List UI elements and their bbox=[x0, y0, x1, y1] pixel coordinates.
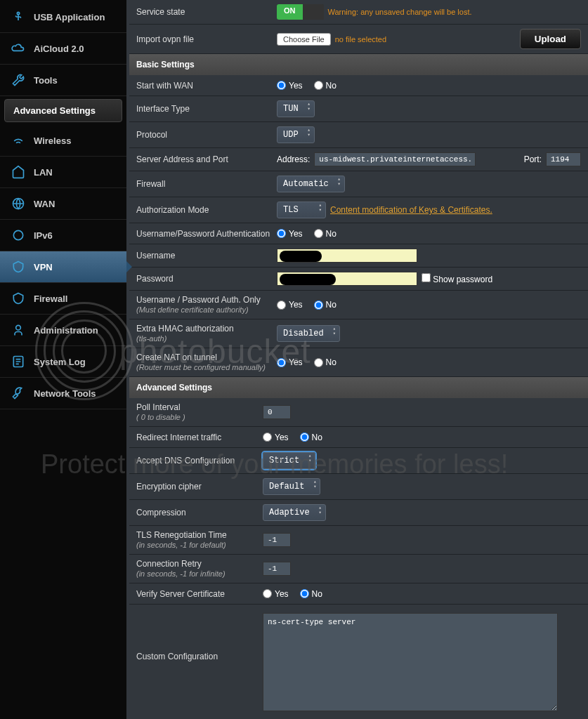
row-tls-reneg: TLS Renegotiation Time(in seconds, -1 fo… bbox=[129, 526, 588, 555]
conn-retry-input[interactable] bbox=[263, 562, 291, 576]
row-import-file: Import ovpn file Choose File no file sel… bbox=[129, 25, 588, 54]
redirect-no[interactable]: No bbox=[300, 433, 322, 442]
row-compression: Compression Adaptive bbox=[129, 500, 588, 526]
service-toggle[interactable]: ON bbox=[277, 4, 324, 20]
protocol-select[interactable]: UDP bbox=[277, 126, 315, 143]
sidebar-item-wireless[interactable]: Wireless bbox=[0, 125, 126, 157]
sidebar-item-syslog[interactable]: System Log bbox=[0, 346, 126, 378]
row-dns: Accept DNS Configuration Strict bbox=[129, 448, 588, 474]
compression-select[interactable]: Adaptive bbox=[263, 504, 326, 521]
warning-text: Warning: any unsaved change will be lost… bbox=[328, 8, 472, 16]
advanced-settings-header: Advanced Settings bbox=[129, 377, 588, 398]
shield-icon bbox=[8, 290, 28, 307]
userpass-yes[interactable]: Yes bbox=[277, 229, 303, 239]
sidebar-item-ipv6[interactable]: IPv6 bbox=[0, 220, 126, 251]
row-username: Username bbox=[129, 244, 588, 268]
sidebar-item-nettools[interactable]: Network Tools bbox=[0, 378, 126, 409]
wrench-icon bbox=[8, 72, 28, 88]
row-auth-mode: Authorization Mode TLS Content modificat… bbox=[129, 197, 588, 223]
row-auth-only: Username / Password Auth. Only(Must defi… bbox=[129, 291, 588, 319]
cloud-icon bbox=[8, 40, 28, 57]
row-redirect: Redirect Internet traffic Yes No bbox=[129, 427, 588, 448]
row-cipher: Encryption cipher Default bbox=[129, 474, 588, 500]
userpass-no[interactable]: No bbox=[314, 229, 337, 239]
start-wan-yes[interactable]: Yes bbox=[277, 81, 303, 91]
authonly-yes[interactable]: Yes bbox=[277, 300, 303, 310]
home-icon bbox=[8, 164, 28, 180]
user-icon bbox=[8, 322, 28, 338]
authonly-no[interactable]: No bbox=[314, 300, 337, 310]
row-conn-retry: Connection Retry(in seconds, -1 for infi… bbox=[129, 555, 588, 583]
sidebar-label: USB Application bbox=[34, 12, 105, 22]
cipher-select[interactable]: Default bbox=[263, 478, 320, 495]
sidebar-item-vpn[interactable]: VPN bbox=[0, 251, 126, 283]
row-server: Server Address and Port Address: Port: bbox=[129, 148, 588, 171]
row-nat: Create NAT on tunnel(Router must be conf… bbox=[129, 348, 588, 377]
sidebar-label: Firewall bbox=[34, 293, 67, 304]
sidebar-label: LAN bbox=[34, 167, 53, 178]
usb-icon bbox=[8, 8, 28, 25]
wifi-icon bbox=[8, 132, 28, 149]
sidebar: USB Application AiCloud 2.0 Tools Advanc… bbox=[0, 0, 126, 719]
sidebar-label: System Log bbox=[34, 357, 86, 367]
server-address-input[interactable] bbox=[314, 152, 476, 166]
row-start-wan: Start with WAN Yes No bbox=[129, 75, 588, 96]
custom-config-textarea[interactable]: ns-cert-type server bbox=[263, 613, 558, 711]
upload-button[interactable]: Upload bbox=[520, 29, 581, 49]
row-verify-cert: Verify Server Certificate Yes No bbox=[129, 583, 588, 605]
main-content: Service state ON Warning: any unsaved ch… bbox=[126, 0, 588, 719]
poll-input[interactable] bbox=[263, 405, 291, 419]
redacted-overlay bbox=[280, 251, 322, 262]
row-protocol: Protocol UDP bbox=[129, 122, 588, 148]
sidebar-label: Tools bbox=[34, 75, 58, 86]
server-port-input[interactable] bbox=[546, 152, 581, 166]
row-firewall: Firewall Automatic bbox=[129, 171, 588, 197]
sidebar-item-wan[interactable]: WAN bbox=[0, 188, 126, 220]
choose-file-button[interactable]: Choose File bbox=[277, 33, 331, 46]
svg-point-2 bbox=[13, 230, 22, 239]
sidebar-item-lan[interactable]: LAN bbox=[0, 157, 126, 188]
sidebar-item-usb[interactable]: USB Application bbox=[0, 1, 126, 33]
redirect-yes[interactable]: Yes bbox=[263, 433, 289, 442]
row-service-state: Service state ON Warning: any unsaved ch… bbox=[129, 0, 588, 25]
nat-yes[interactable]: Yes bbox=[277, 357, 303, 367]
sidebar-label: Network Tools bbox=[34, 388, 96, 399]
sidebar-item-admin[interactable]: Administration bbox=[0, 315, 126, 346]
sidebar-label: VPN bbox=[34, 262, 53, 272]
sidebar-item-firewall[interactable]: Firewall bbox=[0, 283, 126, 315]
tools-icon bbox=[8, 385, 28, 402]
sidebar-item-aicloud[interactable]: AiCloud 2.0 bbox=[0, 33, 126, 65]
globe-icon bbox=[8, 195, 28, 212]
keys-certs-link[interactable]: Content modification of Keys & Certifica… bbox=[330, 205, 492, 215]
verify-yes[interactable]: Yes bbox=[263, 589, 289, 599]
firewall-select[interactable]: Automatic bbox=[277, 176, 345, 192]
sidebar-section-header: Advanced Settings bbox=[4, 99, 122, 122]
basic-settings-header: Basic Settings bbox=[129, 54, 588, 75]
dns-select[interactable]: Strict bbox=[263, 452, 315, 469]
row-interface-type: Interface Type TUN bbox=[129, 96, 588, 122]
ipv6-icon bbox=[8, 227, 28, 244]
sidebar-label: IPv6 bbox=[34, 230, 53, 241]
svg-point-3 bbox=[16, 325, 21, 330]
sidebar-label: Wireless bbox=[34, 136, 71, 146]
vpn-icon bbox=[8, 258, 28, 275]
sidebar-label: AiCloud 2.0 bbox=[34, 44, 84, 54]
redacted-overlay bbox=[280, 274, 336, 285]
row-custom-config: Custom Configuration ns-cert-type server bbox=[129, 605, 588, 719]
svg-point-0 bbox=[17, 12, 19, 14]
log-icon bbox=[8, 353, 28, 370]
verify-no[interactable]: No bbox=[300, 589, 322, 599]
start-wan-no[interactable]: No bbox=[314, 81, 337, 91]
sidebar-label: WAN bbox=[34, 199, 55, 209]
row-password: Password Show password bbox=[129, 268, 588, 291]
service-state-label: Service state bbox=[136, 7, 277, 17]
auth-mode-select[interactable]: TLS bbox=[277, 202, 326, 218]
interface-type-select[interactable]: TUN bbox=[277, 100, 315, 117]
nat-no[interactable]: No bbox=[314, 357, 337, 367]
sidebar-item-tools[interactable]: Tools bbox=[0, 65, 126, 96]
import-file-label: Import ovpn file bbox=[136, 34, 277, 44]
tls-reneg-input[interactable] bbox=[263, 533, 291, 547]
show-password-checkbox[interactable]: Show password bbox=[422, 273, 492, 284]
row-poll: Poll Interval( 0 to disable ) bbox=[129, 398, 588, 427]
hmac-select[interactable]: Disabled bbox=[277, 325, 340, 342]
